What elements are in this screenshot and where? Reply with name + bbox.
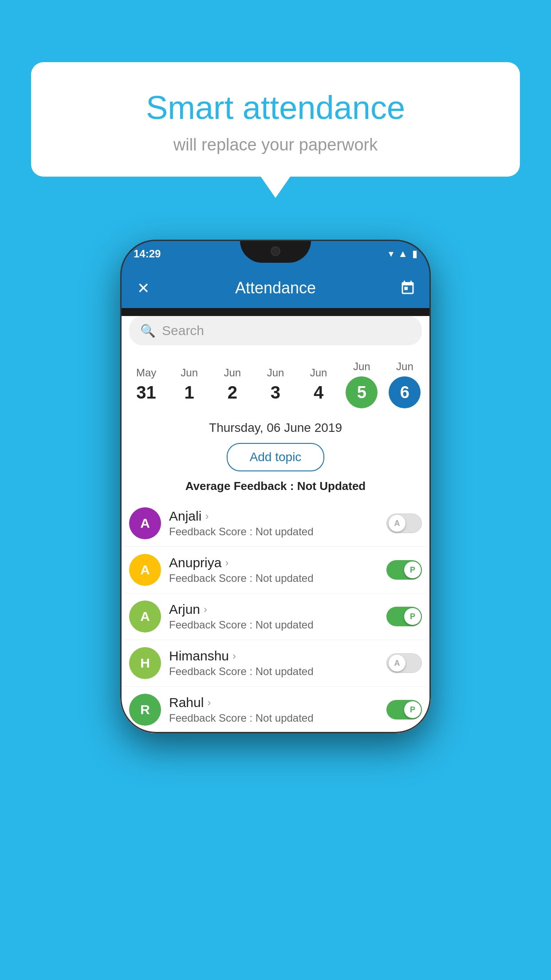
battery-icon: ▮ [412,248,417,260]
feedback-score-himanshu: Feedback Score : Not updated [169,665,378,678]
date-day: 4 [314,383,323,403]
phone-wrapper: 14:29 ▾ ▲ ▮ ✕ Attendance 🔍 Search [120,240,431,733]
speech-bubble: Smart attendance will replace your paper… [31,62,520,177]
search-bar[interactable]: 🔍 Search [129,316,422,345]
status-bar: 14:29 ▾ ▲ ▮ [120,240,431,268]
date-month: May [136,367,156,379]
avatar-anjali: A [129,507,161,539]
toggle-knob: A [389,515,405,532]
student-name-rahul: Rahul › [169,695,378,710]
selected-date-label: Thursday, 06 June 2019 [120,415,431,439]
today-circle: 5 [346,376,378,408]
student-info-anjali: Anjali › Feedback Score : Not updated [169,509,378,538]
feedback-score-anjali: Feedback Score : Not updated [169,526,378,538]
selected-circle: 6 [389,376,421,408]
speech-bubble-container: Smart attendance will replace your paper… [31,62,520,177]
search-input[interactable]: Search [162,323,204,338]
date-strip: May 31 Jun 1 Jun 2 Jun 3 Jun 4 [120,353,431,415]
feedback-score-rahul: Feedback Score : Not updated [169,712,378,724]
date-day: 6 [400,383,409,402]
date-day: 3 [271,383,280,403]
student-name-himanshu: Himanshu › [169,648,378,664]
avg-feedback-value: Not Updated [297,479,366,493]
student-item-arjun[interactable]: A Arjun › Feedback Score : Not updated P [125,593,426,640]
avatar-rahul: R [129,694,161,726]
student-info-anupriya: Anupriya › Feedback Score : Not updated [169,555,378,585]
toggle-knob: A [389,655,405,672]
close-button[interactable]: ✕ [133,277,154,299]
date-item-jun5-today[interactable]: Jun 5 [343,360,380,408]
date-item-jun6-selected[interactable]: Jun 6 [386,360,423,408]
date-day: 31 [136,383,156,403]
date-month: Jun [353,360,370,373]
date-day: 1 [185,383,194,403]
calendar-button[interactable] [397,277,418,299]
attendance-toggle-arjun[interactable]: P [386,607,422,626]
avatar-himanshu: H [129,647,161,679]
attendance-toggle-anjali[interactable]: A [386,514,422,533]
avatar-anupriya: A [129,554,161,586]
toggle-knob: P [404,561,421,578]
date-month: Jun [310,367,327,379]
app-bar: ✕ Attendance [120,268,431,308]
attendance-toggle-himanshu[interactable]: A [386,653,422,673]
avg-feedback: Average Feedback : Not Updated [120,476,431,500]
student-name-arjun: Arjun › [169,602,378,617]
student-info-rahul: Rahul › Feedback Score : Not updated [169,695,378,724]
student-info-arjun: Arjun › Feedback Score : Not updated [169,602,378,631]
app-bar-title: Attendance [235,279,316,297]
bubble-title: Smart attendance [53,89,498,126]
toggle-knob: P [404,701,421,718]
student-item-anupriya[interactable]: A Anupriya › Feedback Score : Not update… [125,547,426,593]
student-info-himanshu: Himanshu › Feedback Score : Not updated [169,648,378,678]
date-item-jun1[interactable]: Jun 1 [171,367,208,403]
signal-icon: ▲ [398,248,408,260]
phone: 14:29 ▾ ▲ ▮ ✕ Attendance 🔍 Search [120,240,431,733]
chevron-right-icon: › [205,510,209,522]
date-day: 2 [228,383,237,403]
search-icon: 🔍 [140,324,156,338]
date-item-jun2[interactable]: Jun 2 [214,367,251,403]
avatar-arjun: A [129,601,161,632]
student-item-anjali[interactable]: A Anjali › Feedback Score : Not updated … [125,500,426,547]
chevron-right-icon: › [207,696,211,709]
student-list: A Anjali › Feedback Score : Not updated … [120,500,431,733]
date-month: Jun [181,367,198,379]
date-item-jun4[interactable]: Jun 4 [300,367,337,403]
status-icons: ▾ ▲ ▮ [389,248,417,260]
date-month: Jun [267,367,284,379]
date-day: 5 [357,383,366,402]
notch [240,240,311,263]
attendance-toggle-rahul[interactable]: P [386,700,422,719]
front-camera [271,246,280,256]
toggle-knob: P [404,608,421,625]
student-name-anupriya: Anupriya › [169,555,378,570]
wifi-icon: ▾ [389,248,394,260]
chevron-right-icon: › [225,557,228,569]
bubble-subtitle: will replace your paperwork [53,135,498,154]
status-time: 14:29 [134,248,161,260]
avg-feedback-label: Average Feedback : [185,479,297,493]
date-month: Jun [396,360,413,373]
feedback-score-arjun: Feedback Score : Not updated [169,619,378,631]
screen-content: 🔍 Search May 31 Jun 1 Jun 2 Jun [120,316,431,733]
chevron-right-icon: › [232,650,236,662]
attendance-toggle-anupriya[interactable]: P [386,560,422,580]
student-name-anjali: Anjali › [169,509,378,524]
date-month: Jun [224,367,241,379]
student-item-rahul[interactable]: R Rahul › Feedback Score : Not updated P [125,687,426,733]
student-item-himanshu[interactable]: H Himanshu › Feedback Score : Not update… [125,640,426,687]
chevron-right-icon: › [204,603,207,616]
date-item-may31[interactable]: May 31 [128,367,165,403]
add-topic-button[interactable]: Add topic [227,443,325,471]
feedback-score-anupriya: Feedback Score : Not updated [169,572,378,585]
date-item-jun3[interactable]: Jun 3 [257,367,294,403]
